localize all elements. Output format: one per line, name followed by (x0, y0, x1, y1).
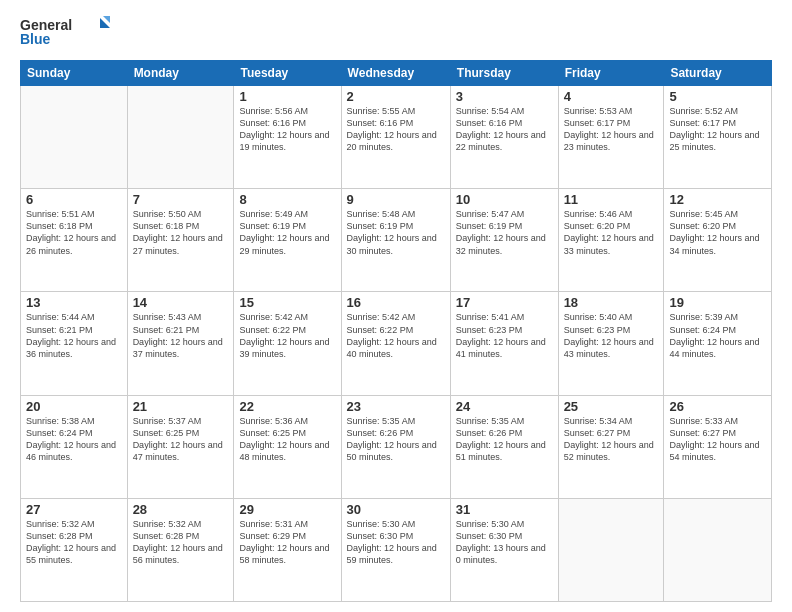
day-info: Sunrise: 5:51 AM Sunset: 6:18 PM Dayligh… (26, 208, 122, 257)
calendar-day-cell: 10Sunrise: 5:47 AM Sunset: 6:19 PM Dayli… (450, 189, 558, 292)
calendar-day-cell: 7Sunrise: 5:50 AM Sunset: 6:18 PM Daylig… (127, 189, 234, 292)
day-info: Sunrise: 5:38 AM Sunset: 6:24 PM Dayligh… (26, 415, 122, 464)
calendar-day-cell (558, 498, 664, 601)
calendar-day-cell (664, 498, 772, 601)
day-info: Sunrise: 5:32 AM Sunset: 6:28 PM Dayligh… (26, 518, 122, 567)
calendar-day-cell: 17Sunrise: 5:41 AM Sunset: 6:23 PM Dayli… (450, 292, 558, 395)
calendar-week-row: 13Sunrise: 5:44 AM Sunset: 6:21 PM Dayli… (21, 292, 772, 395)
calendar-day-cell: 26Sunrise: 5:33 AM Sunset: 6:27 PM Dayli… (664, 395, 772, 498)
calendar-day-cell: 18Sunrise: 5:40 AM Sunset: 6:23 PM Dayli… (558, 292, 664, 395)
day-number: 29 (239, 502, 335, 517)
calendar-day-cell: 12Sunrise: 5:45 AM Sunset: 6:20 PM Dayli… (664, 189, 772, 292)
calendar-day-cell: 16Sunrise: 5:42 AM Sunset: 6:22 PM Dayli… (341, 292, 450, 395)
day-info: Sunrise: 5:30 AM Sunset: 6:30 PM Dayligh… (347, 518, 445, 567)
day-number: 3 (456, 89, 553, 104)
day-number: 22 (239, 399, 335, 414)
day-number: 15 (239, 295, 335, 310)
calendar-day-cell: 2Sunrise: 5:55 AM Sunset: 6:16 PM Daylig… (341, 86, 450, 189)
calendar-day-cell: 31Sunrise: 5:30 AM Sunset: 6:30 PM Dayli… (450, 498, 558, 601)
calendar-day-cell: 6Sunrise: 5:51 AM Sunset: 6:18 PM Daylig… (21, 189, 128, 292)
day-info: Sunrise: 5:33 AM Sunset: 6:27 PM Dayligh… (669, 415, 766, 464)
calendar-day-cell: 29Sunrise: 5:31 AM Sunset: 6:29 PM Dayli… (234, 498, 341, 601)
calendar-day-cell: 25Sunrise: 5:34 AM Sunset: 6:27 PM Dayli… (558, 395, 664, 498)
day-number: 20 (26, 399, 122, 414)
day-number: 21 (133, 399, 229, 414)
day-number: 27 (26, 502, 122, 517)
day-number: 9 (347, 192, 445, 207)
weekday-header-cell: Tuesday (234, 61, 341, 86)
day-info: Sunrise: 5:50 AM Sunset: 6:18 PM Dayligh… (133, 208, 229, 257)
calendar-day-cell: 1Sunrise: 5:56 AM Sunset: 6:16 PM Daylig… (234, 86, 341, 189)
day-info: Sunrise: 5:40 AM Sunset: 6:23 PM Dayligh… (564, 311, 659, 360)
day-info: Sunrise: 5:54 AM Sunset: 6:16 PM Dayligh… (456, 105, 553, 154)
weekday-header-cell: Thursday (450, 61, 558, 86)
calendar-week-row: 1Sunrise: 5:56 AM Sunset: 6:16 PM Daylig… (21, 86, 772, 189)
day-info: Sunrise: 5:32 AM Sunset: 6:28 PM Dayligh… (133, 518, 229, 567)
day-info: Sunrise: 5:55 AM Sunset: 6:16 PM Dayligh… (347, 105, 445, 154)
day-info: Sunrise: 5:31 AM Sunset: 6:29 PM Dayligh… (239, 518, 335, 567)
day-number: 18 (564, 295, 659, 310)
day-info: Sunrise: 5:49 AM Sunset: 6:19 PM Dayligh… (239, 208, 335, 257)
calendar-day-cell (21, 86, 128, 189)
weekday-header-row: SundayMondayTuesdayWednesdayThursdayFrid… (21, 61, 772, 86)
day-number: 16 (347, 295, 445, 310)
day-info: Sunrise: 5:42 AM Sunset: 6:22 PM Dayligh… (239, 311, 335, 360)
day-info: Sunrise: 5:37 AM Sunset: 6:25 PM Dayligh… (133, 415, 229, 464)
day-number: 30 (347, 502, 445, 517)
day-number: 25 (564, 399, 659, 414)
day-number: 24 (456, 399, 553, 414)
day-number: 23 (347, 399, 445, 414)
calendar-day-cell: 3Sunrise: 5:54 AM Sunset: 6:16 PM Daylig… (450, 86, 558, 189)
day-info: Sunrise: 5:48 AM Sunset: 6:19 PM Dayligh… (347, 208, 445, 257)
calendar-day-cell: 30Sunrise: 5:30 AM Sunset: 6:30 PM Dayli… (341, 498, 450, 601)
calendar-day-cell: 22Sunrise: 5:36 AM Sunset: 6:25 PM Dayli… (234, 395, 341, 498)
day-number: 19 (669, 295, 766, 310)
day-number: 4 (564, 89, 659, 104)
day-info: Sunrise: 5:42 AM Sunset: 6:22 PM Dayligh… (347, 311, 445, 360)
calendar-week-row: 6Sunrise: 5:51 AM Sunset: 6:18 PM Daylig… (21, 189, 772, 292)
day-number: 8 (239, 192, 335, 207)
day-number: 11 (564, 192, 659, 207)
day-number: 14 (133, 295, 229, 310)
calendar-day-cell: 9Sunrise: 5:48 AM Sunset: 6:19 PM Daylig… (341, 189, 450, 292)
day-info: Sunrise: 5:44 AM Sunset: 6:21 PM Dayligh… (26, 311, 122, 360)
calendar-day-cell: 23Sunrise: 5:35 AM Sunset: 6:26 PM Dayli… (341, 395, 450, 498)
header: General Blue (20, 16, 772, 52)
day-info: Sunrise: 5:41 AM Sunset: 6:23 PM Dayligh… (456, 311, 553, 360)
svg-text:Blue: Blue (20, 31, 51, 47)
calendar-day-cell: 4Sunrise: 5:53 AM Sunset: 6:17 PM Daylig… (558, 86, 664, 189)
day-info: Sunrise: 5:47 AM Sunset: 6:19 PM Dayligh… (456, 208, 553, 257)
calendar-day-cell: 15Sunrise: 5:42 AM Sunset: 6:22 PM Dayli… (234, 292, 341, 395)
day-info: Sunrise: 5:43 AM Sunset: 6:21 PM Dayligh… (133, 311, 229, 360)
day-number: 5 (669, 89, 766, 104)
day-info: Sunrise: 5:53 AM Sunset: 6:17 PM Dayligh… (564, 105, 659, 154)
day-number: 12 (669, 192, 766, 207)
day-number: 6 (26, 192, 122, 207)
day-info: Sunrise: 5:56 AM Sunset: 6:16 PM Dayligh… (239, 105, 335, 154)
day-number: 26 (669, 399, 766, 414)
day-info: Sunrise: 5:45 AM Sunset: 6:20 PM Dayligh… (669, 208, 766, 257)
calendar-day-cell: 11Sunrise: 5:46 AM Sunset: 6:20 PM Dayli… (558, 189, 664, 292)
day-info: Sunrise: 5:34 AM Sunset: 6:27 PM Dayligh… (564, 415, 659, 464)
calendar-week-row: 27Sunrise: 5:32 AM Sunset: 6:28 PM Dayli… (21, 498, 772, 601)
weekday-header-cell: Sunday (21, 61, 128, 86)
day-number: 31 (456, 502, 553, 517)
calendar-body: 1Sunrise: 5:56 AM Sunset: 6:16 PM Daylig… (21, 86, 772, 602)
logo-svg: General Blue (20, 16, 110, 52)
weekday-header-cell: Friday (558, 61, 664, 86)
calendar-day-cell: 5Sunrise: 5:52 AM Sunset: 6:17 PM Daylig… (664, 86, 772, 189)
day-number: 13 (26, 295, 122, 310)
day-number: 10 (456, 192, 553, 207)
calendar-day-cell (127, 86, 234, 189)
day-info: Sunrise: 5:30 AM Sunset: 6:30 PM Dayligh… (456, 518, 553, 567)
calendar-day-cell: 13Sunrise: 5:44 AM Sunset: 6:21 PM Dayli… (21, 292, 128, 395)
calendar-week-row: 20Sunrise: 5:38 AM Sunset: 6:24 PM Dayli… (21, 395, 772, 498)
calendar-day-cell: 28Sunrise: 5:32 AM Sunset: 6:28 PM Dayli… (127, 498, 234, 601)
weekday-header-cell: Monday (127, 61, 234, 86)
calendar: SundayMondayTuesdayWednesdayThursdayFrid… (20, 60, 772, 602)
calendar-day-cell: 19Sunrise: 5:39 AM Sunset: 6:24 PM Dayli… (664, 292, 772, 395)
day-info: Sunrise: 5:36 AM Sunset: 6:25 PM Dayligh… (239, 415, 335, 464)
day-info: Sunrise: 5:39 AM Sunset: 6:24 PM Dayligh… (669, 311, 766, 360)
calendar-day-cell: 20Sunrise: 5:38 AM Sunset: 6:24 PM Dayli… (21, 395, 128, 498)
weekday-header-cell: Saturday (664, 61, 772, 86)
